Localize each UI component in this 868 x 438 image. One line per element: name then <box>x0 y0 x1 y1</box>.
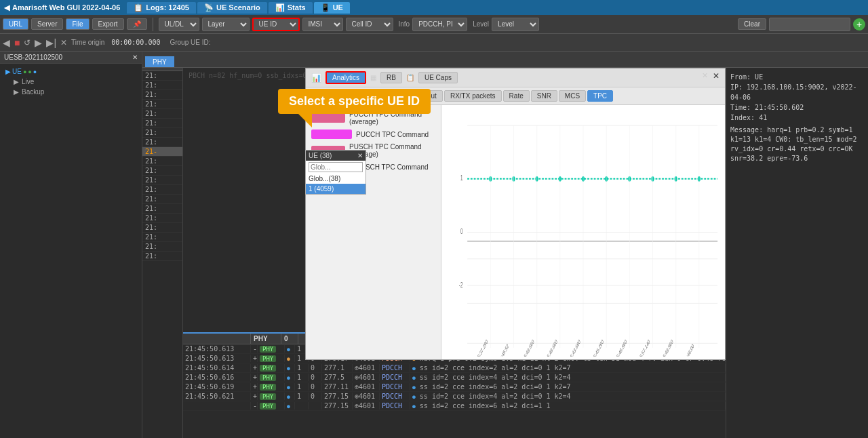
main-area: UESB-2021102500 ✕ ▶ UE ● ● ● ▶ Live ▶ Ba… <box>0 52 868 438</box>
tab-ue-caps-button[interactable]: UE Caps <box>418 72 458 83</box>
info-label: Info <box>399 20 410 28</box>
th-time <box>183 334 251 344</box>
ue-search <box>306 161 366 174</box>
cell-c1-7 <box>295 402 309 410</box>
content-area: PHY 21: 21: 21: 21: 21: 21: 21: 21: 21- … <box>142 52 868 438</box>
left-panel-header <box>142 68 182 71</box>
level-select[interactable]: Level <box>492 18 539 31</box>
layer-select[interactable]: Layer <box>202 18 250 31</box>
tab-ue[interactable]: 📱 UE <box>314 2 350 14</box>
time-origin-value: 00:00:00.000 <box>111 39 160 46</box>
time-row-6: 21: <box>142 119 182 128</box>
imsi-select[interactable]: IMSI <box>302 18 343 31</box>
ue-icon: 📱 <box>321 3 330 12</box>
mode-select[interactable]: UL/DLULDL <box>159 18 199 31</box>
nav-end[interactable]: ▶| <box>46 37 56 48</box>
tab-analytics-btn[interactable]: Analytics <box>326 71 366 84</box>
time-row-15: 21: <box>142 204 182 214</box>
ue-search-input[interactable] <box>309 162 363 172</box>
ue-dropdown-item-global[interactable]: Glob...(38) <box>306 174 366 184</box>
table-row[interactable]: 21:45:50.619 +0.003 PHY ● 1 0 277.11 ⊕46… <box>183 382 726 392</box>
tab-logs[interactable]: 📋 Logs: 12405 <box>127 2 196 14</box>
cell-dot4: ● <box>285 374 295 381</box>
cell-delta6: +0.002 <box>251 393 258 400</box>
back-button[interactable]: ◀ <box>4 3 9 12</box>
cell-msg5: ● ss_id=2 cce_index=6 al=2 dci=0_1 k2=7 <box>410 383 726 391</box>
nav-stop[interactable]: ■ <box>14 37 20 48</box>
tpc-chart-svg: 1 0 -2 <box>444 108 722 357</box>
cell-c3-3: 277.1 <box>322 364 353 372</box>
sidebar-close[interactable]: ✕ <box>132 54 138 61</box>
tab-phy[interactable]: PHY <box>145 56 174 67</box>
close-panel[interactable]: ✕ <box>60 38 67 47</box>
cell-c2-4: 0 <box>309 374 322 381</box>
tab-rb-button[interactable]: RB <box>380 72 402 83</box>
sidebar-item-ue[interactable]: ▶ UE ● ● ● <box>3 66 139 77</box>
analytics-content: PUCCH TPC Command (average) PUCCH TPC Co… <box>306 105 725 359</box>
ue-dropdown: UE (38) ✕ Glob...(38) 1 (4059) <box>305 150 366 195</box>
info-ip: IP: 192.168.100.15:9002, v2022-04-06 <box>730 82 864 102</box>
nav-next[interactable]: ▶ <box>35 37 42 48</box>
add-filter-button[interactable]: + <box>853 18 865 31</box>
sidebar-item-live[interactable]: ▶ Live <box>3 77 139 87</box>
url-button[interactable]: URL <box>3 18 28 30</box>
ue-status-1: ● <box>23 68 26 75</box>
export-button[interactable]: Export <box>92 18 124 30</box>
server-button[interactable]: Server <box>31 18 63 30</box>
panel-close[interactable]: ✕ <box>713 71 719 81</box>
ue-id-select[interactable]: UE ID <box>252 18 300 31</box>
tab-stats[interactable]: 📊 Stats <box>269 2 313 14</box>
cell-c1-3: 1 <box>295 364 309 372</box>
time-row-1: 21: <box>142 71 182 81</box>
tab-rate[interactable]: Rate <box>503 90 530 102</box>
cell-delta3: +0.001 <box>251 364 258 372</box>
cell-c4-5: ⊕4601 <box>353 383 380 391</box>
tab-bar: PHY <box>142 52 868 68</box>
table-row[interactable]: - PHY ● 277.15 ⊕4601 PDCCH ● ss_id=2 cce… <box>183 401 726 411</box>
cell-id-select[interactable]: Cell ID <box>346 18 393 31</box>
cell-time: 21:45:50.613 <box>183 345 251 353</box>
cell-c2-5: 0 <box>309 383 322 391</box>
ue-dropdown-item-4059[interactable]: 1 (4059) <box>306 184 366 194</box>
nav-refresh[interactable]: ↺ <box>24 38 31 47</box>
table-row[interactable]: 21:45:50.614 +0.001 PHY ● 1 0 277.1 ⊕460… <box>183 363 726 373</box>
tab-rxtx[interactable]: RX/TX packets <box>444 90 502 102</box>
info-select[interactable]: PDCCH, PI <box>412 18 467 31</box>
cell-msg6: ● ss_id=2 cce_index=4 al=2 dci=0_1 k2=4 <box>410 393 726 400</box>
cell-c4-4: ⊕4601 <box>353 374 380 381</box>
legend-label-4: PUSCH TPC Command <box>356 163 429 171</box>
close-x[interactable]: ✕ <box>702 71 708 80</box>
tab-snr[interactable]: SNR <box>531 90 557 102</box>
time-row-4: 21: <box>142 100 182 109</box>
legend-2: PUCCH TPC Command <box>311 130 435 139</box>
sidebar-item-backup[interactable]: ▶ Backup <box>3 87 139 97</box>
time-origin-label: Time origin <box>71 39 104 46</box>
tab-ue-scenario[interactable]: 📡 UE Scenario <box>197 2 267 14</box>
cell-delta4: +0.002 <box>251 374 258 381</box>
cell-c1-5: 1 <box>295 383 309 391</box>
time-row-9: 21- <box>142 147 182 157</box>
table-row[interactable]: 21:45:50.621 +0.002 PHY ● 1 0 277.15 ⊕46… <box>183 392 726 401</box>
clear-button[interactable]: Clear <box>738 18 766 30</box>
tab-mcs[interactable]: MCS <box>559 90 586 102</box>
file-button[interactable]: File <box>66 18 89 30</box>
right-info-panel: From: UE IP: 192.168.100.15:9002, v2022-… <box>726 68 868 438</box>
time-row-3: 21: <box>142 90 182 100</box>
ue-dropdown-close[interactable]: ✕ <box>357 152 363 159</box>
pin-button[interactable]: 📌 <box>127 18 147 30</box>
group-ue-label: Group UE ID: <box>170 39 210 46</box>
table-row[interactable]: 21:45:50.616 +0.002 PHY ● 1 0 277.5 ⊕460… <box>183 373 726 382</box>
svg-text:1: 1 <box>460 173 462 182</box>
cell-delta5: +0.003 <box>251 383 258 391</box>
time-row-12: 21: <box>142 176 182 185</box>
legend-label-2: PUCCH TPC Command <box>356 131 429 138</box>
cell-layer5: PHY <box>258 383 285 391</box>
cell-msg3: ● ss_id=2 cce_index=2 al=2 dci=0_1 k2=7 <box>410 364 726 372</box>
cell-delta: - <box>251 345 258 353</box>
cell-c2-7 <box>309 402 322 410</box>
secondary-toolbar: ◀ ■ ↺ ▶ ▶| ✕ Time origin 00:00:00.000 Gr… <box>0 34 868 52</box>
app-title: Amarisoft Web GUI 2022-04-06 <box>12 3 120 12</box>
nav-prev[interactable]: ◀ <box>3 37 10 48</box>
filter-input[interactable] <box>769 18 850 31</box>
tab-tpc[interactable]: TPC <box>587 90 613 102</box>
